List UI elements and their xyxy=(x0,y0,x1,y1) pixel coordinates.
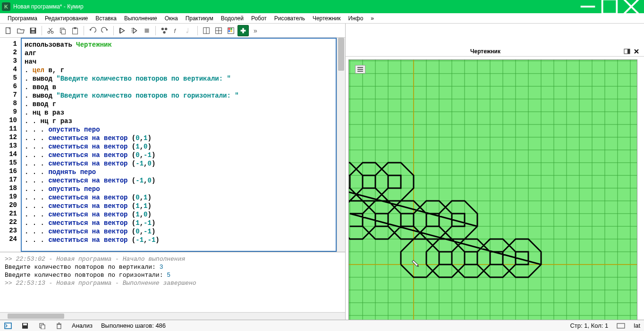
new-file-icon[interactable] xyxy=(3,25,14,36)
app-icon: K xyxy=(2,2,10,11)
stop-icon[interactable] xyxy=(141,25,153,36)
actors-icon[interactable] xyxy=(159,25,170,36)
svg-rect-14 xyxy=(73,28,78,34)
menu-Редактирование[interactable]: Редактирование xyxy=(41,14,92,23)
status-save-icon[interactable] xyxy=(21,322,29,330)
svg-text:f: f xyxy=(174,27,177,34)
titlebar: K Новая программа* - Кумир xyxy=(0,0,644,13)
status-keyboard-icon[interactable] xyxy=(617,322,625,330)
line-gutter: 123456789101112131415161718192021222324 xyxy=(0,38,21,252)
menu-Выполнение[interactable]: Выполнение xyxy=(120,14,161,23)
svg-rect-30 xyxy=(229,28,230,30)
panel-title-label: Чертежник xyxy=(348,48,622,55)
svg-rect-91 xyxy=(23,323,27,325)
code-area[interactable]: использовать Чертежникалгнач. цел в, г. … xyxy=(21,38,337,252)
canvas-menu-icon[interactable] xyxy=(355,65,365,74)
menubar: ПрограммаРедактированиеВставкаВыполнение… xyxy=(0,13,644,24)
svg-line-10 xyxy=(49,28,52,31)
grid1-icon[interactable] xyxy=(201,25,212,36)
status-delete-icon[interactable] xyxy=(55,322,63,330)
paste-icon[interactable] xyxy=(69,25,81,36)
menu-Водолей[interactable]: Водолей xyxy=(217,14,247,23)
function-icon[interactable]: f xyxy=(171,25,182,36)
svg-point-9 xyxy=(51,31,53,33)
svg-point-21 xyxy=(163,31,165,33)
status-cursor-pos: Стр: 1, Кол: 1 xyxy=(570,322,608,329)
svg-rect-97 xyxy=(617,323,625,328)
svg-rect-7 xyxy=(31,31,34,33)
green-square-icon[interactable] xyxy=(237,25,249,36)
window-title: Новая программа* - Кумир xyxy=(13,3,577,10)
menu-Вставка[interactable]: Вставка xyxy=(92,14,120,23)
palette-icon[interactable] xyxy=(225,25,237,36)
svg-rect-94 xyxy=(57,324,61,329)
svg-rect-31 xyxy=(230,28,232,30)
svg-rect-37 xyxy=(627,49,630,54)
menu-Практикум[interactable]: Практикум xyxy=(182,14,217,23)
svg-rect-93 xyxy=(41,325,45,329)
statusbar: Анализ Выполнено шагов: 486 Стр: 1, Кол:… xyxy=(0,320,644,331)
copy-icon[interactable] xyxy=(57,25,68,36)
menu-Инфо[interactable]: Инфо xyxy=(345,14,367,23)
output-console[interactable]: >> 22:53:02 - Новая программа - Начало в… xyxy=(0,252,345,312)
svg-rect-35 xyxy=(241,30,246,32)
svg-rect-13 xyxy=(61,29,65,34)
svg-rect-18 xyxy=(145,28,149,33)
svg-rect-15 xyxy=(74,27,76,29)
menu-»[interactable]: » xyxy=(367,14,378,23)
vertical-scrollbar[interactable] xyxy=(337,38,345,252)
open-file-icon[interactable] xyxy=(15,25,26,36)
panel-close-icon[interactable] xyxy=(632,47,641,56)
svg-rect-33 xyxy=(230,30,232,32)
svg-point-20 xyxy=(165,27,167,30)
svg-point-23 xyxy=(186,31,188,33)
drawer-canvas[interactable] xyxy=(346,57,644,320)
menu-Чертежник[interactable]: Чертежник xyxy=(309,14,345,23)
status-lang[interactable]: lat xyxy=(634,322,640,329)
menu-Программа[interactable]: Программа xyxy=(4,14,41,23)
svg-rect-6 xyxy=(31,28,34,30)
undo-icon[interactable] xyxy=(87,25,98,36)
music-icon[interactable] xyxy=(183,25,195,36)
save-file-icon[interactable] xyxy=(27,25,39,36)
menu-Окна[interactable]: Окна xyxy=(161,14,182,23)
menu-Робот[interactable]: Робот xyxy=(247,14,271,23)
status-steps: Выполнено шагов: 486 xyxy=(101,322,166,329)
svg-line-11 xyxy=(49,28,51,31)
svg-point-19 xyxy=(161,27,164,30)
more-icon[interactable]: » xyxy=(250,25,261,36)
grid2-icon[interactable] xyxy=(213,25,224,36)
redo-icon[interactable] xyxy=(99,25,110,36)
menu-Рисователь[interactable]: Рисователь xyxy=(271,14,309,23)
toolbar: f » xyxy=(0,24,345,38)
code-editor[interactable]: 123456789101112131415161718192021222324 … xyxy=(0,38,345,252)
status-copy-icon[interactable] xyxy=(38,322,46,330)
drawer-panel-title: Чертежник xyxy=(346,46,644,57)
panel-dock-icon[interactable] xyxy=(622,47,632,56)
maximize-button[interactable] xyxy=(599,0,620,13)
step-icon[interactable] xyxy=(129,25,140,36)
cut-icon[interactable] xyxy=(45,25,56,36)
svg-rect-89 xyxy=(5,323,11,329)
status-analysis[interactable]: Анализ xyxy=(72,322,93,329)
svg-point-8 xyxy=(48,31,50,33)
run-icon[interactable] xyxy=(117,25,128,36)
horizontal-scrollbar[interactable] xyxy=(0,312,345,320)
status-terminal-icon[interactable] xyxy=(4,322,12,330)
svg-rect-1 xyxy=(602,0,617,14)
drawer-svg xyxy=(348,59,637,320)
close-button[interactable] xyxy=(620,0,642,13)
minimize-button[interactable] xyxy=(577,0,599,13)
svg-rect-32 xyxy=(229,30,230,32)
